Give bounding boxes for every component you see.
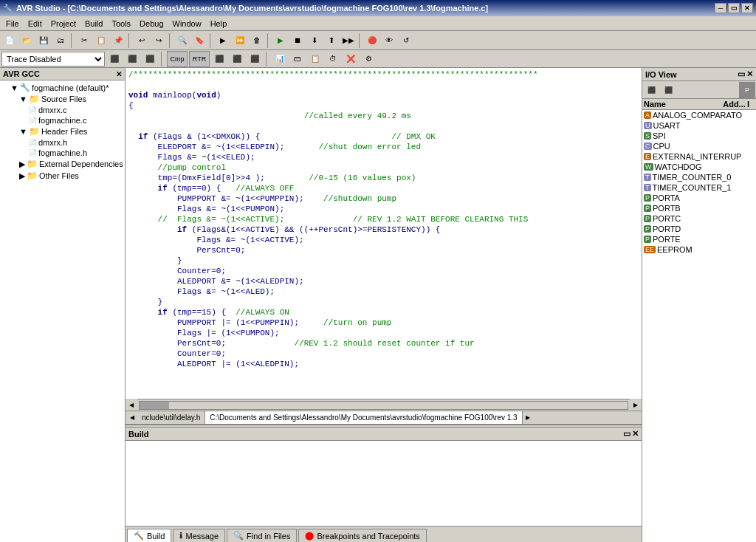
build-restore-icon[interactable]: ▭ xyxy=(623,429,630,439)
io-item-analog[interactable]: A ANALOG_COMPARATO xyxy=(642,110,756,120)
debug-run[interactable]: ▶▶ xyxy=(340,32,357,49)
copy-button[interactable]: 📋 xyxy=(93,32,109,49)
save-button[interactable]: 💾 xyxy=(35,32,52,49)
io-item-ext-int[interactable]: E EXTERNAL_INTERRUP xyxy=(642,151,756,162)
io-item-timer0[interactable]: T TIMER_COUNTER_0 xyxy=(642,172,756,182)
io-item-usart[interactable]: U USART xyxy=(642,120,756,131)
code-scroll[interactable]: /***************************************… xyxy=(126,68,642,399)
io-panel-btn[interactable]: P xyxy=(739,82,755,98)
redo-button[interactable]: ↪ xyxy=(151,32,167,49)
tab-breakpoints[interactable]: ⬤ Breakpoints and Tracepoints xyxy=(298,529,426,542)
minimize-button[interactable]: ─ xyxy=(715,3,726,13)
io-restore-icon[interactable]: ▭ xyxy=(738,69,745,79)
clean-button[interactable]: 🗑 xyxy=(249,32,265,49)
paste-button[interactable]: 📌 xyxy=(110,32,126,49)
io-tb-btn1[interactable]: ⬛ xyxy=(643,82,659,98)
h-scroll-thumb[interactable] xyxy=(140,402,169,409)
tree-source-files[interactable]: ▼ 📁 Source Files xyxy=(1,93,123,105)
menu-help[interactable]: Help xyxy=(206,18,232,30)
mem-btn[interactable]: 🗃 xyxy=(289,51,306,67)
debug-stop[interactable]: ⏹ xyxy=(289,32,306,49)
center-panel: /***************************************… xyxy=(126,68,642,542)
io-item-spi[interactable]: S SPI xyxy=(642,131,756,141)
trace-btn6[interactable]: ⬛ xyxy=(247,51,263,67)
breakpoint-button[interactable]: 🔴 xyxy=(364,32,380,49)
cut-button[interactable]: ✂ xyxy=(76,32,92,49)
trace-clear[interactable]: ❌ xyxy=(343,51,359,67)
window-title: AVR Studio - [C:\Documents and Settings\… xyxy=(16,4,488,13)
tab-right-btn[interactable]: ▶ xyxy=(523,411,533,424)
trace-select[interactable]: Trace Disabled xyxy=(1,52,105,66)
menu-edit[interactable]: Edit xyxy=(24,18,47,30)
io-item-eeprom[interactable]: EE EEPROM xyxy=(642,244,756,255)
bookmark-button[interactable]: 🔖 xyxy=(191,32,207,49)
debug-start[interactable]: ▶ xyxy=(272,32,289,49)
tree-ext-deps[interactable]: ▶ 📁 External Dependencies xyxy=(1,158,123,170)
trace-btn2[interactable]: ⬛ xyxy=(124,51,140,67)
tab-build[interactable]: 🔨 Build xyxy=(127,529,171,542)
tree-dmxrx-h[interactable]: 📄 dmxrx.h xyxy=(1,137,123,148)
io-item-portd[interactable]: P PORTD xyxy=(642,224,756,234)
build-button[interactable]: ▶ xyxy=(215,32,231,49)
trace-btn4[interactable]: ⬛ xyxy=(211,51,227,67)
stop-watch[interactable]: ⏱ xyxy=(325,51,341,67)
tree-dmxrx-c[interactable]: 📄 dmxrx.c xyxy=(1,105,123,115)
debug-step[interactable]: ⬇ xyxy=(306,32,323,49)
left-panel-close[interactable]: ✕ xyxy=(116,70,122,78)
menu-build[interactable]: Build xyxy=(80,18,107,30)
io-item-portc[interactable]: P PORTC xyxy=(642,213,756,224)
tab-message[interactable]: ℹ Message xyxy=(173,529,225,542)
menu-project[interactable]: Project xyxy=(47,18,80,30)
build-all-button[interactable]: ⏩ xyxy=(232,32,248,49)
trace-settings[interactable]: ⚙ xyxy=(360,51,377,67)
tree-fogmachine-c[interactable]: 📄 fogmachine.c xyxy=(1,115,123,126)
h-scroll-track[interactable] xyxy=(139,401,628,410)
tab-find-files[interactable]: 🔍 Find in Files xyxy=(227,529,297,542)
io-label-porte: PORTE xyxy=(653,235,681,244)
tree-root[interactable]: ▼ 🔧 fogmachine (default)* xyxy=(1,82,123,93)
io-col-add[interactable]: Add... xyxy=(721,100,747,109)
trace-chip[interactable]: Cmp xyxy=(167,51,188,67)
find-button[interactable]: 🔍 xyxy=(174,32,190,49)
reg-btn[interactable]: 📋 xyxy=(307,51,323,67)
trace-btn5[interactable]: ⬛ xyxy=(229,51,245,67)
io-item-portb[interactable]: P PORTB xyxy=(642,203,756,213)
save-all-button[interactable]: 🗂 xyxy=(52,32,69,49)
sep8 xyxy=(266,52,269,66)
restore-button[interactable]: ▭ xyxy=(728,3,740,13)
menu-window[interactable]: Window xyxy=(168,18,206,30)
trace-btn3[interactable]: ⬛ xyxy=(142,51,158,67)
tree-other-files[interactable]: ▶ 📁 Other Files xyxy=(1,170,123,182)
trace-btn1[interactable]: ⬛ xyxy=(106,51,123,67)
file-tab-delay[interactable]: nclude\util\delay.h xyxy=(137,411,205,424)
code-editor[interactable]: /***************************************… xyxy=(126,68,642,399)
menu-tools[interactable]: Tools xyxy=(107,18,135,30)
sep7 xyxy=(161,52,164,66)
debug-step-out[interactable]: ⬆ xyxy=(323,32,340,49)
io-view-btn[interactable]: 📊 xyxy=(272,51,288,67)
new-button[interactable]: 📄 xyxy=(1,32,18,49)
io-tb-btn2[interactable]: ⬛ xyxy=(660,82,676,98)
io-item-porta[interactable]: P PORTA xyxy=(642,193,756,203)
close-button[interactable]: ✕ xyxy=(741,3,753,13)
trace-ocd[interactable]: RTR xyxy=(189,51,210,67)
io-item-timer1[interactable]: T TIMER_COUNTER_1 xyxy=(642,182,756,193)
open-button[interactable]: 📂 xyxy=(18,32,35,49)
menu-debug[interactable]: Debug xyxy=(135,18,168,30)
dmxrx-c-label: dmxrx.c xyxy=(38,106,67,114)
tree-header-files[interactable]: ▼ 📁 Header Files xyxy=(1,126,123,137)
io-item-porte[interactable]: P PORTE xyxy=(642,234,756,244)
io-item-watchdog[interactable]: W WATCHDOG xyxy=(642,162,756,172)
tree-fogmachine-h[interactable]: 📄 fogmachine.h xyxy=(1,148,123,158)
file-tab-fogmachine[interactable]: C:\Documents and Settings\Alessandro\My … xyxy=(205,411,522,424)
root-icon: 🔧 xyxy=(20,83,30,92)
io-item-cpu[interactable]: C CPU xyxy=(642,141,756,151)
reset-button[interactable]: ↺ xyxy=(398,32,414,49)
io-label-cpu: CPU xyxy=(653,142,670,151)
undo-button[interactable]: ↩ xyxy=(134,32,150,49)
watch-button[interactable]: 👁 xyxy=(381,32,397,49)
menu-file[interactable]: File xyxy=(1,18,24,30)
tab-left-btn[interactable]: ◀ xyxy=(127,411,137,424)
build-close-icon[interactable]: ✕ xyxy=(632,429,639,439)
io-close-icon[interactable]: ✕ xyxy=(746,69,753,79)
